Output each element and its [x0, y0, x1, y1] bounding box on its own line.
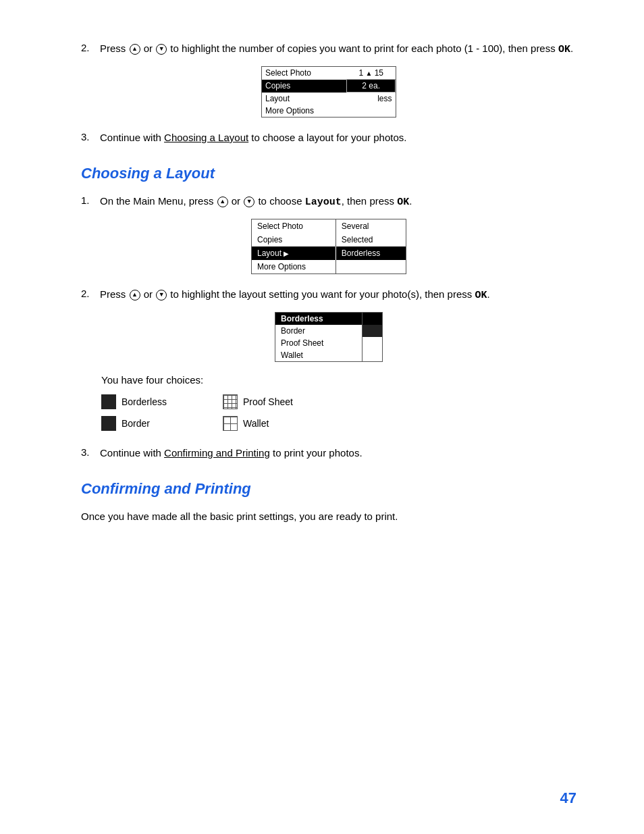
confirming-section: Confirming and Printing Once you have ma… [81, 480, 576, 525]
screen-cell: Border [275, 325, 362, 337]
confirming-text: Once you have made all the basic print s… [81, 509, 576, 525]
screen-cell: Copies [262, 80, 347, 93]
step-number: 3. [81, 130, 95, 146]
screen-cell: Copies [252, 233, 336, 246]
section-heading-confirming: Confirming and Printing [81, 480, 576, 498]
step-text: Press ▲ or ▼ to highlight the number of … [100, 41, 576, 58]
copies-screen: Select Photo 1 15 Copies 2 ea. Layout le… [261, 66, 396, 118]
screen-cell: Layout ▶ [252, 246, 336, 260]
choice-label: Proof Sheet [243, 396, 293, 407]
page-number: 47 [560, 789, 576, 807]
screen-cell: Selected [336, 233, 406, 246]
choosing-step-2: 2. Press ▲ or ▼ to highlight the layout … [81, 286, 576, 433]
ok-key: OK [558, 44, 570, 55]
down-circle-icon: ▼ [244, 197, 254, 207]
screen-row: Select Photo 1 15 [262, 67, 396, 80]
screen-cell: Wallet [275, 349, 362, 361]
choices-intro: You have four choices: [101, 374, 576, 386]
border-icon [101, 416, 116, 431]
down-button-icon: ▼ [156, 44, 167, 55]
screen-cell [362, 349, 382, 361]
screen-cell: Borderless [336, 246, 406, 260]
screen-cell: 1 15 [347, 67, 396, 80]
screen-cell [362, 337, 382, 349]
step-number: 2. [81, 286, 95, 304]
choice-label: Borderless [122, 396, 167, 407]
step-number: 1. [81, 193, 95, 211]
confirming-printing-link: Confirming and Printing [164, 447, 270, 459]
choosing-step-1: 1. On the Main Menu, press ▲ or ▼ to cho… [81, 193, 576, 274]
range-value: 1 - 100 [468, 43, 500, 54]
choosing-layout-section: Choosing a Layout 1. On the Main Menu, p… [81, 165, 576, 461]
choice-label: Wallet [243, 418, 269, 429]
screen-cell: Select Photo [252, 219, 336, 233]
screen-row-highlighted: Copies 2 ea. [262, 80, 396, 93]
step-text: Continue with Choosing a Layout to choos… [100, 130, 576, 146]
wallet-icon [223, 416, 238, 431]
step-2-copies: 2. Press ▲ or ▼ to highlight the number … [81, 41, 576, 118]
up-circle-icon: ▲ [130, 290, 140, 301]
choice-wallet: Wallet [223, 416, 331, 431]
step-text: On the Main Menu, press ▲ or ▼ to choose… [100, 193, 576, 211]
screen-row: Copies Selected [252, 233, 406, 246]
choice-proof-sheet: Proof Sheet [223, 394, 331, 409]
choosing-layout-link: Choosing a Layout [164, 132, 248, 143]
screen-cell: More Options [252, 260, 336, 273]
proof-sheet-icon [223, 394, 238, 409]
screen-row: Layout less [262, 93, 396, 105]
step-number: 3. [81, 445, 95, 461]
screen-row-highlighted: Layout ▶ Borderless [252, 246, 406, 260]
screen-row: Wallet [275, 349, 382, 361]
screen-cell [347, 105, 396, 117]
step-3-link: 3. Continue with Choosing a Layout to ch… [81, 130, 576, 146]
choosing-step-3: 3. Continue with Confirming and Printing… [81, 445, 576, 461]
screen-row: More Options [252, 260, 406, 273]
up-circle-icon: ▲ [217, 197, 228, 207]
screen-cell: Layout [262, 93, 347, 105]
down-circle-icon: ▼ [156, 290, 167, 301]
screen-cell: 2 ea. [347, 80, 396, 93]
up-button-icon: ▲ [130, 44, 140, 55]
step-number: 2. [81, 41, 95, 58]
choice-label: Border [122, 418, 150, 429]
choice-border: Border [101, 416, 209, 431]
screen-cell: Proof Sheet [275, 337, 362, 349]
screen-cell [362, 313, 382, 325]
choices-grid: Borderless Proof Sheet Border Wallet [101, 392, 331, 433]
screen-cell: Several [336, 219, 406, 233]
screen-cell [336, 260, 406, 273]
screen-row: Select Photo Several [252, 219, 406, 233]
ok-key: OK [397, 197, 409, 208]
layout-menu-screen: Select Photo Several Copies Selected Lay… [251, 219, 406, 274]
screen-cell: Borderless [275, 313, 362, 325]
step-text: Press ▲ or ▼ to highlight the layout set… [100, 286, 576, 304]
screen-row: Border [275, 325, 382, 337]
screen-cell: less [347, 93, 396, 105]
screen-cell: Select Photo [262, 67, 347, 80]
screen-row: More Options [262, 105, 396, 117]
screen-row: Proof Sheet [275, 337, 382, 349]
choices-block: You have four choices: Borderless Proof … [101, 374, 576, 433]
page-content: 2. Press ▲ or ▼ to highlight the number … [0, 0, 644, 834]
borderless-screen: Borderless Border Proof Sheet Wallet [275, 312, 383, 362]
screen-cell [362, 325, 382, 337]
borderless-icon [101, 394, 116, 409]
layout-key: Layout [305, 197, 342, 208]
screen-row-highlighted: Borderless [275, 313, 382, 325]
ok-key: OK [475, 290, 487, 301]
choice-borderless: Borderless [101, 394, 209, 409]
step-text: Continue with Confirming and Printing to… [100, 445, 576, 461]
section-heading-choosing: Choosing a Layout [81, 165, 576, 182]
screen-cell: More Options [262, 105, 347, 117]
